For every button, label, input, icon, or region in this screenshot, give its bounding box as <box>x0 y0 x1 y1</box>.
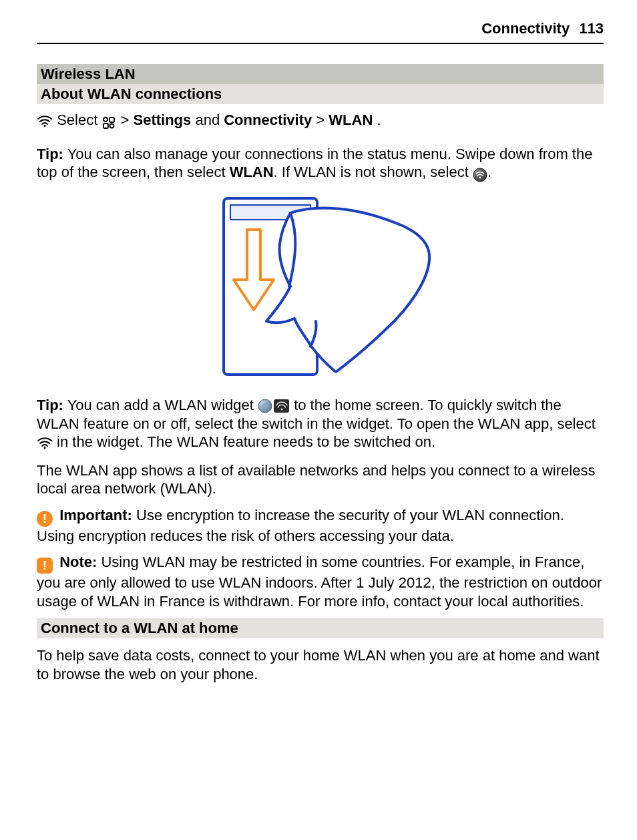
svg-point-6 <box>479 177 481 179</box>
page: Connectivity 113 Wireless LAN About WLAN… <box>0 0 637 840</box>
note-paragraph: ! Note: Using WLAN may be restricted in … <box>37 553 604 610</box>
tip1-text-b: . If WLAN is not shown, select <box>274 164 473 180</box>
instruction-line: Select > Settings and Connectivity > WLA… <box>37 111 604 132</box>
header-title: Connectivity <box>481 20 570 37</box>
svg-point-10 <box>262 403 268 409</box>
svg-point-0 <box>43 125 45 127</box>
svg-point-4 <box>110 124 114 128</box>
section-connect-home: Connect to a WLAN at home <box>37 618 604 638</box>
svg-point-1 <box>103 118 108 122</box>
section-wireless-lan: Wireless LAN <box>37 64 604 84</box>
tip1-label: Tip: <box>37 146 63 162</box>
note-label: Note: <box>59 554 97 570</box>
note-icon: ! <box>37 558 53 574</box>
wifi-round-icon <box>473 165 487 184</box>
svg-point-12 <box>281 409 283 411</box>
swipe-down-figure <box>37 193 604 385</box>
tip2-text-c: in the widget. The WLAN feature needs to… <box>53 433 435 450</box>
svg-rect-2 <box>110 118 114 122</box>
tip2-label: Tip: <box>37 397 63 413</box>
wifi-icon <box>37 113 53 132</box>
svg-point-13 <box>43 447 45 449</box>
tip2-paragraph: Tip: You can add a WLAN widget to the ho… <box>37 396 604 453</box>
note-text: Using WLAN may be restricted in some cou… <box>37 554 602 610</box>
wlan-app-paragraph: The WLAN app shows a list of available n… <box>37 461 604 498</box>
tip2-text-a: You can add a WLAN widget <box>63 397 258 413</box>
svg-rect-3 <box>103 124 108 128</box>
body-content: Select > Settings and Connectivity > WLA… <box>37 111 604 610</box>
text-and: and <box>195 112 224 128</box>
important-label: Important: <box>59 507 132 523</box>
text-settings: Settings <box>133 112 191 128</box>
text-end: . <box>377 112 381 128</box>
important-icon: ! <box>37 511 53 527</box>
tip1-paragraph: Tip: You can also manage your connection… <box>37 145 604 184</box>
important-paragraph: ! Important: Use encryption to increase … <box>37 506 604 546</box>
page-number: 113 <box>579 20 604 37</box>
svg-rect-11 <box>274 399 289 413</box>
wifi-icon-inline <box>37 435 53 453</box>
text-connectivity: Connectivity <box>224 112 312 128</box>
page-header: Connectivity 113 <box>37 20 604 44</box>
connect-home-paragraph: To help save data costs, connect to your… <box>37 646 604 683</box>
text-gt1: > <box>121 112 134 128</box>
section-about-wlan: About WLAN connections <box>37 84 604 104</box>
text-wlan: WLAN <box>329 112 373 128</box>
menu-grid-icon <box>101 113 116 132</box>
wlan-widget-icon <box>258 399 290 413</box>
text-gt2: > <box>316 112 329 128</box>
svg-point-5 <box>473 168 487 182</box>
tip1-end: . <box>487 164 491 180</box>
text-select: Select <box>57 112 101 128</box>
tip1-wlan: WLAN <box>230 164 274 180</box>
